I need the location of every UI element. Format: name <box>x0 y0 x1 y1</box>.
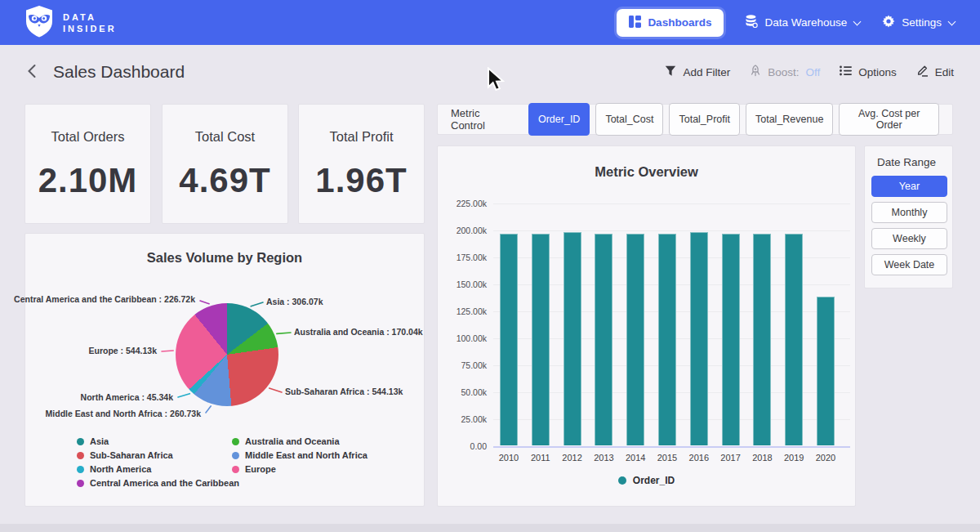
y-axis-tick: 225.00k <box>441 199 487 208</box>
bar-2011[interactable] <box>532 234 550 445</box>
edit-button[interactable]: Edit <box>916 65 954 79</box>
legend-item-australia-and-oceania[interactable]: Australia and Oceania <box>232 436 368 446</box>
back-button[interactable] <box>21 60 42 84</box>
x-axis-tick: 2017 <box>715 453 747 463</box>
boost-toggle[interactable]: Boost: Off <box>750 65 820 79</box>
bar-2013[interactable] <box>595 234 612 445</box>
bar-2010[interactable] <box>500 234 518 445</box>
y-axis-tick: 200.00k <box>441 226 487 235</box>
gear-icon <box>882 15 895 30</box>
brand-line1: DATA <box>63 11 117 23</box>
leader-line-europe <box>162 351 173 351</box>
nav-settings[interactable]: Settings <box>882 15 956 30</box>
metric-button-total-revenue[interactable]: Total_Revenue <box>746 103 833 136</box>
date-range-button-weekly[interactable]: Weekly <box>871 228 947 249</box>
leader-line-north-america <box>178 394 189 397</box>
metric-control-bar: Metric Control Order_IDTotal_CostTotal_P… <box>437 104 953 135</box>
legend-dot <box>232 452 239 459</box>
x-axis-tick: 2014 <box>619 453 652 463</box>
legend-item-central-america-and-the-caribbean[interactable]: Central America and the Caribbean <box>77 478 239 488</box>
bar-2012[interactable] <box>564 232 581 445</box>
date-range-button-year[interactable]: Year <box>871 176 947 197</box>
pencil-icon <box>916 65 929 79</box>
add-filter-button[interactable]: Add Filter <box>665 65 730 79</box>
y-axis-tick: 0.00 <box>441 441 487 451</box>
brand-logo[interactable]: DATA INSIDER <box>24 5 117 41</box>
bar-2016[interactable] <box>690 232 708 445</box>
kpi-label: Total Profit <box>330 129 394 145</box>
boost-value: Off <box>805 66 820 78</box>
legend-item-sub-saharan-africa[interactable]: Sub-Saharan Africa <box>77 450 239 460</box>
top-navbar: DATA INSIDER Dashboards <box>0 0 980 45</box>
kpi-value: 4.69T <box>179 161 270 200</box>
brand-line2: INSIDER <box>63 23 117 34</box>
date-range-button-group: YearMonthlyWeeklyWeek Date <box>871 176 946 275</box>
legend-label: Central America and the Caribbean <box>90 478 239 488</box>
rocket-icon <box>750 65 761 79</box>
legend-label: Australia and Oceania <box>245 436 340 446</box>
legend-dot <box>618 476 626 485</box>
gridline <box>493 230 850 231</box>
kpi-value: 2.10M <box>38 161 138 200</box>
gridline <box>493 203 850 204</box>
legend-item-middle-east-and-north-africa[interactable]: Middle East and North Africa <box>232 450 368 460</box>
options-label: Options <box>858 66 897 78</box>
y-axis-tick: 75.00k <box>441 360 487 370</box>
x-axis-tick: 2010 <box>492 453 525 463</box>
x-axis-tick: 2012 <box>556 453 589 463</box>
y-axis-tick: 25.00k <box>441 414 487 424</box>
metric-button-total-cost[interactable]: Total_Cost <box>595 103 663 136</box>
y-axis-tick: 125.00k <box>441 306 487 316</box>
x-axis-tick: 2020 <box>809 453 842 463</box>
x-axis-tick: 2019 <box>777 453 810 463</box>
nav-data-warehouse-label: Data Warehouse <box>764 16 847 29</box>
nav-dashboards-button[interactable]: Dashboards <box>617 9 724 37</box>
dashboard-grid-icon <box>629 16 641 30</box>
kpi-card-total-cost: Total Cost 4.69T <box>162 104 288 224</box>
sales-volume-card: Sales Volume by Region Asia : 306.07k Au… <box>24 233 425 507</box>
bar-chart-plot-area: 225.00k200.00k175.00k150.00k125.00k100.0… <box>493 203 850 446</box>
metric-button-total-profit[interactable]: Total_Profit <box>669 103 740 136</box>
leader-line-sub-saharan-africa <box>270 388 282 392</box>
bar-2020[interactable] <box>817 297 835 445</box>
y-axis-tick: 175.00k <box>441 253 487 262</box>
legend-item-north-america[interactable]: North America <box>77 464 239 474</box>
bar-2018[interactable] <box>753 234 771 445</box>
bar-chart-title: Metric Overview <box>438 164 855 180</box>
legend-item-europe[interactable]: Europe <box>232 464 368 474</box>
database-icon <box>745 15 758 30</box>
kpi-card-total-orders: Total Orders 2.10M <box>24 104 151 224</box>
pie-label-europe: Europe : 544.13k <box>89 346 157 355</box>
leader-line-australia-and-oceania <box>277 333 291 333</box>
bar-2014[interactable] <box>626 234 644 445</box>
legend-dot <box>232 466 239 473</box>
date-range-panel: Date Range YearMonthlyWeeklyWeek Date <box>864 145 953 288</box>
legend-label: Middle East and North Africa <box>245 450 368 460</box>
metric-button-avg-cost-per-order[interactable]: Avg. Cost per Order <box>839 103 939 136</box>
boost-label: Boost: <box>768 66 799 78</box>
bottom-strip <box>0 524 980 532</box>
y-axis-tick: 150.00k <box>441 279 487 289</box>
bar-chart-legend[interactable]: Order_ID <box>438 475 855 486</box>
nav-data-warehouse[interactable]: Data Warehouse <box>745 15 861 30</box>
legend-dot <box>77 452 84 459</box>
x-axis-tick: 2018 <box>746 453 778 463</box>
options-button[interactable]: Options <box>840 65 897 78</box>
page-title: Sales Dashboard <box>53 62 185 82</box>
leader-line-asia <box>251 302 263 306</box>
legend-dot <box>77 466 84 473</box>
pie-chart[interactable] <box>176 303 278 406</box>
pie-legend-column-1: AsiaSub-Saharan AfricaNorth AmericaCentr… <box>77 436 239 488</box>
add-filter-label: Add Filter <box>683 66 730 78</box>
chevron-down-icon <box>853 17 861 25</box>
bar-2019[interactable] <box>785 234 803 445</box>
metric-button-order-id[interactable]: Order_ID <box>528 103 590 136</box>
date-range-button-week-date[interactable]: Week Date <box>871 254 947 275</box>
bar-2017[interactable] <box>722 234 740 445</box>
bar-2015[interactable] <box>658 234 676 445</box>
owl-logo-icon <box>24 5 54 41</box>
date-range-button-monthly[interactable]: Monthly <box>871 202 947 223</box>
legend-item-asia[interactable]: Asia <box>77 436 239 446</box>
kpi-card-total-profit: Total Profit 1.96T <box>298 104 425 224</box>
x-axis-tick: 2013 <box>587 453 620 463</box>
